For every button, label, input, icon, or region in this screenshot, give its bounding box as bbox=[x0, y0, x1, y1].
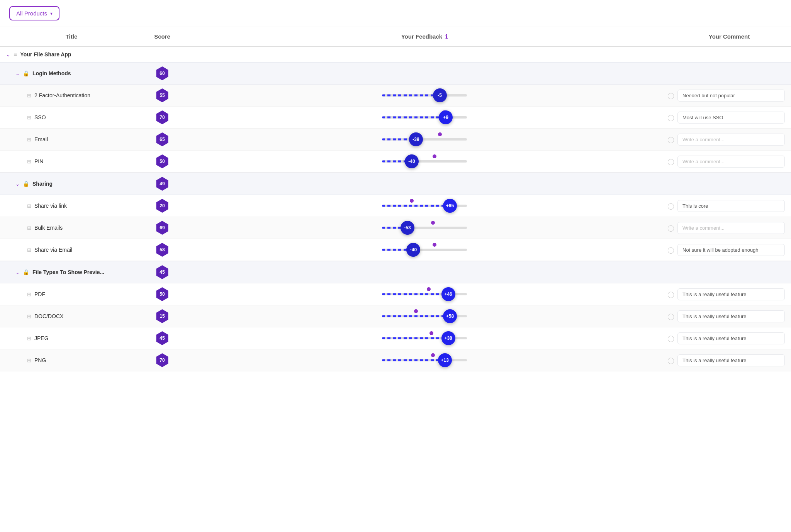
title-cell-login: ⌄ 🔒 Login Methods bbox=[0, 70, 143, 76]
score-cell-docx: 15 bbox=[143, 309, 182, 323]
title-cell-share-email: ⊞ Share via Email bbox=[0, 247, 143, 253]
slider-thumb[interactable]: +13 bbox=[438, 353, 452, 367]
comment-icon: ◯ bbox=[667, 202, 674, 210]
title-cell-filetypes: ⌄ 🔒 File Types To Show Previe... bbox=[0, 269, 143, 275]
comment-input-sso[interactable] bbox=[677, 112, 785, 124]
row-title-share-link: Share via link bbox=[34, 203, 67, 209]
slider-share-link[interactable]: +65 bbox=[382, 198, 467, 213]
title-cell-share-link: ⊞ Share via link bbox=[0, 203, 143, 209]
comment-input-pin[interactable] bbox=[677, 156, 785, 168]
title-cell-pin: ⊞ PIN bbox=[0, 158, 143, 164]
chevron-icon-filetypes[interactable]: ⌄ bbox=[15, 269, 20, 275]
score-cell-share-email: 58 bbox=[143, 243, 182, 257]
slider-thumb[interactable]: +38 bbox=[441, 331, 455, 345]
slider-fill bbox=[382, 337, 448, 339]
slider-thumb[interactable]: +9 bbox=[439, 110, 453, 124]
score-badge-filetypes: 45 bbox=[155, 265, 169, 279]
slider-fill bbox=[382, 95, 440, 97]
slider-thumb[interactable]: -40 bbox=[405, 154, 419, 168]
chevron-icon-root[interactable]: ⌄ bbox=[6, 52, 10, 58]
slider-dot-top bbox=[414, 309, 418, 313]
filetypes-title: File Types To Show Previe... bbox=[32, 269, 104, 275]
feedback-cell-docx: +58 bbox=[182, 308, 667, 324]
comment-input-2fa[interactable] bbox=[677, 90, 785, 102]
comment-input-bulk-email[interactable] bbox=[677, 222, 785, 234]
slider-2fa[interactable]: -5 bbox=[382, 88, 467, 103]
chevron-icon-login[interactable]: ⌄ bbox=[15, 71, 20, 76]
comment-input-jpeg[interactable] bbox=[677, 332, 785, 344]
slider-bulk-email[interactable]: -53 bbox=[382, 220, 467, 236]
slider-fill bbox=[382, 359, 445, 361]
score-cell-bulk-email: 69 bbox=[143, 221, 182, 235]
comment-cell-bulk-email: ◯ bbox=[667, 222, 791, 234]
title-cell-docx: ⊞ DOC/DOCX bbox=[0, 313, 143, 319]
score-badge-sso: 70 bbox=[155, 110, 169, 124]
row-title-share-email: Share via Email bbox=[34, 247, 72, 253]
score-badge-email: 65 bbox=[155, 132, 169, 146]
slider-jpeg[interactable]: +38 bbox=[382, 330, 467, 346]
slider-pin[interactable]: -40 bbox=[382, 154, 467, 169]
sharing-title: Sharing bbox=[32, 181, 53, 187]
row-title-bulk-email: Bulk Emails bbox=[34, 225, 63, 231]
chevron-down-icon: ▾ bbox=[50, 11, 53, 16]
comment-icon: ◯ bbox=[667, 114, 674, 121]
score-cell-sharing: 49 bbox=[143, 177, 182, 191]
comment-icon: ◯ bbox=[667, 291, 674, 298]
slider-share-email[interactable]: -40 bbox=[382, 242, 467, 258]
score-badge-png: 70 bbox=[155, 353, 169, 367]
feedback-cell-png: +13 bbox=[182, 352, 667, 368]
comment-input-share-email[interactable] bbox=[677, 244, 785, 256]
slider-thumb[interactable]: -53 bbox=[401, 221, 414, 235]
comment-input-email[interactable] bbox=[677, 134, 785, 146]
table-row: ⊞ DOC/DOCX 15 +58 ◯ bbox=[0, 305, 791, 327]
comment-input-docx[interactable] bbox=[677, 310, 785, 322]
lock-icon-login: 🔒 bbox=[23, 70, 29, 76]
slider-thumb[interactable]: -5 bbox=[433, 88, 447, 102]
lock-icon-sharing: 🔒 bbox=[23, 181, 29, 187]
comment-icon: ◯ bbox=[667, 92, 674, 99]
slider-dot-top bbox=[427, 287, 431, 291]
slider-email[interactable]: -39 bbox=[382, 132, 467, 147]
row-title-sso: SSO bbox=[34, 114, 46, 120]
title-cell-email: ⊞ Email bbox=[0, 136, 143, 142]
login-title: Login Methods bbox=[32, 70, 71, 76]
row-title-2fa: 2 Factor-Authentication bbox=[34, 92, 90, 98]
slider-sso[interactable]: +9 bbox=[382, 110, 467, 125]
comment-cell-pin: ◯ bbox=[667, 156, 791, 168]
feedback-info-icon: ℹ bbox=[445, 33, 448, 40]
slider-pdf[interactable]: +46 bbox=[382, 286, 467, 302]
section-row-root: ⌄ ≡ Your File Share App bbox=[0, 47, 791, 62]
slider-dot-top bbox=[433, 243, 436, 247]
title-cell-bulk-email: ⊞ Bulk Emails bbox=[0, 225, 143, 231]
comment-cell-png: ◯ bbox=[667, 354, 791, 366]
slider-thumb[interactable]: +65 bbox=[443, 199, 457, 213]
layers-icon-sso: ⊞ bbox=[27, 115, 31, 120]
slider-fill bbox=[382, 293, 448, 295]
layers-icon-pin: ⊞ bbox=[27, 159, 31, 164]
score-badge-bulk-email: 69 bbox=[155, 221, 169, 235]
score-cell-pin: 50 bbox=[143, 154, 182, 168]
feedback-cell-share-link: +65 bbox=[182, 198, 667, 213]
layers-icon-jpeg: ⊞ bbox=[27, 335, 31, 341]
slider-thumb[interactable]: +46 bbox=[441, 287, 455, 301]
slider-thumb[interactable]: -39 bbox=[409, 132, 423, 146]
comment-icon: ◯ bbox=[667, 313, 674, 320]
row-title-email: Email bbox=[34, 136, 48, 142]
feedback-cell-2fa: -5 bbox=[182, 88, 667, 103]
slider-docx[interactable]: +58 bbox=[382, 308, 467, 324]
score-cell-jpeg: 45 bbox=[143, 331, 182, 345]
slider-png[interactable]: +13 bbox=[382, 352, 467, 368]
feedback-cell-share-email: -40 bbox=[182, 242, 667, 258]
slider-thumb[interactable]: -40 bbox=[406, 243, 420, 257]
row-title-docx: DOC/DOCX bbox=[34, 313, 63, 319]
score-cell-login: 60 bbox=[143, 66, 182, 80]
slider-fill bbox=[382, 315, 450, 317]
product-dropdown[interactable]: All Products ▾ bbox=[9, 6, 59, 20]
chevron-icon-sharing[interactable]: ⌄ bbox=[15, 181, 20, 187]
title-cell-pdf: ⊞ PDF bbox=[0, 291, 143, 297]
slider-thumb[interactable]: +58 bbox=[443, 309, 457, 323]
comment-input-share-link[interactable] bbox=[677, 200, 785, 212]
comment-input-png[interactable] bbox=[677, 354, 785, 366]
table-row: ⊞ JPEG 45 +38 ◯ bbox=[0, 327, 791, 349]
comment-input-pdf[interactable] bbox=[677, 288, 785, 300]
